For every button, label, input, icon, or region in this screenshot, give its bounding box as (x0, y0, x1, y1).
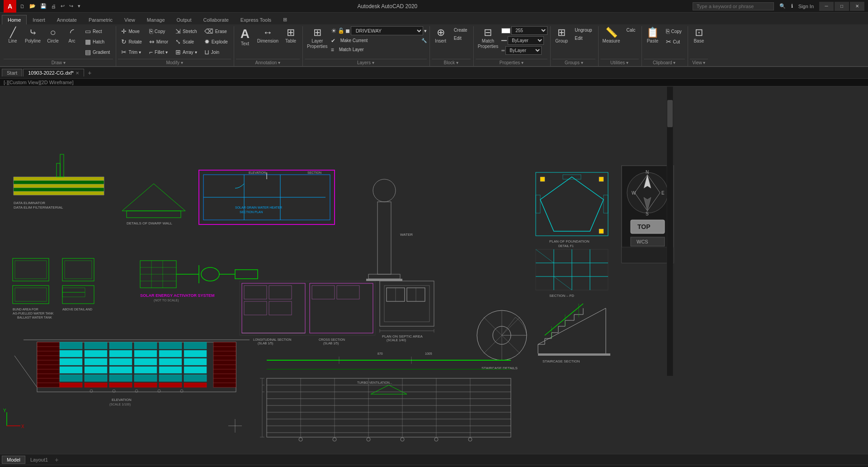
match-layer-button[interactable]: Match Layer (336, 46, 427, 53)
tab-home[interactable]: Home (2, 15, 27, 24)
hatch-icon: ▦ (85, 38, 91, 45)
tab-output[interactable]: Output (171, 15, 198, 24)
qa-more[interactable]: ▾ (76, 2, 82, 10)
calc-button[interactable]: Calc (623, 26, 638, 34)
close-button[interactable]: ✕ (850, 2, 864, 11)
rotate-icon: ↻ (121, 38, 127, 45)
scale-button[interactable]: ⤡Scale (172, 37, 200, 47)
svg-rect-155 (109, 358, 132, 365)
svg-text:TOP: TOP (637, 223, 651, 230)
clipboard-copy-button[interactable]: ⎘Copy (663, 26, 685, 36)
copy-button[interactable]: ⎘Copy (146, 26, 171, 36)
sign-in-button[interactable]: Sign In (797, 3, 816, 10)
right-scrollbar[interactable] (667, 86, 673, 376)
create-block-button[interactable]: Create (451, 26, 471, 34)
trim-icon: ✂ (121, 48, 127, 56)
qa-redo[interactable]: ↪ (67, 2, 75, 10)
svg-text:870: 870 (377, 352, 383, 355)
explode-button[interactable]: ✸Explode (201, 37, 231, 47)
qa-print[interactable]: 🖨 (49, 3, 58, 10)
dimension-button[interactable]: ↔ Dimension (255, 26, 281, 45)
block-editor-button[interactable]: Edit (451, 34, 471, 42)
add-document-button[interactable]: + (85, 69, 94, 76)
qa-save[interactable]: 💾 (38, 2, 48, 10)
block-group-items: ⊕ Insert Create Edit (432, 26, 471, 59)
paste-button[interactable]: 📋 Paste (644, 26, 662, 45)
qa-undo[interactable]: ↩ (59, 2, 66, 10)
measure-button[interactable]: 📏 Measure (600, 26, 623, 45)
qa-new[interactable]: 🗋 (18, 3, 27, 10)
polyline-button[interactable]: ⤷ Polyline (23, 26, 43, 45)
make-current-button[interactable]: Make Current (337, 37, 420, 44)
join-button[interactable]: ⊔Join (201, 47, 231, 57)
clipboard-group-label: Clipboard ▾ (644, 59, 685, 66)
tab-layout1[interactable]: Layout1 (25, 456, 53, 464)
hatch-button[interactable]: ▦Hatch (82, 37, 113, 47)
ribbon-tabs: Home Insert Annotate Parametric View Man… (0, 13, 868, 24)
rotate-button[interactable]: ↻Rotate (118, 37, 145, 47)
insert-button[interactable]: ⊕ Insert (432, 26, 450, 45)
svg-rect-151 (85, 375, 107, 381)
group-button[interactable]: ⊞ Group (552, 26, 571, 45)
svg-rect-159 (134, 342, 157, 349)
table-button[interactable]: ⊞ Table (282, 26, 300, 45)
tab-collaborate[interactable]: Collaborate (198, 15, 235, 24)
group-edit-button[interactable]: Edit (571, 34, 595, 42)
move-button[interactable]: ✛Move (118, 26, 145, 36)
svg-rect-148 (85, 350, 107, 357)
cad-drawing-area[interactable]: DATA ELIMINATOR DATA ELIM FILTER MATERIA… (0, 86, 862, 454)
tab-insert[interactable]: Insert (27, 15, 51, 24)
color-dropdown[interactable]: 255 (511, 26, 547, 35)
view-label-text: [-][Custom View][2D Wireframe] (4, 80, 73, 85)
tab-express-tools[interactable]: Express Tools (235, 15, 277, 24)
titlebar: A 🗋 📂 💾 🖨 ↩ ↪ ▾ Autodesk AutoCAD 2020 🔍 … (0, 0, 868, 13)
tab-view[interactable]: View (118, 15, 141, 24)
clipboard-col: ⎘Copy ✂Cut (663, 26, 685, 47)
add-layout-button[interactable]: + (53, 456, 60, 463)
cut-button[interactable]: ✂Cut (663, 37, 685, 47)
fillet-button[interactable]: ⌐Fillet ▾ (146, 47, 171, 57)
svg-marker-87 (599, 177, 604, 181)
layer-dropdown[interactable]: DRIVEWAY (351, 26, 423, 35)
arc-button[interactable]: ◜ Arc (63, 26, 81, 45)
lineweight-dropdown[interactable]: ByLayer (505, 46, 542, 55)
trim-button[interactable]: ✂Trim ▾ (118, 47, 145, 57)
tab-more[interactable]: ⊞ (277, 14, 293, 24)
tab-manage[interactable]: Manage (141, 15, 171, 24)
rectangle-button[interactable]: ▭Rect (82, 26, 113, 36)
layers-controls: ☀ 🔓 ◼ DRIVEWAY ▾ ✔ Make Current 🔧 (331, 26, 427, 53)
search-input[interactable] (693, 2, 774, 10)
cut-icon: ✂ (666, 38, 671, 45)
help-icon: ℹ (791, 3, 793, 9)
base-button[interactable]: ⊡ Base (690, 26, 708, 45)
minimize-button[interactable]: ─ (819, 2, 834, 11)
mirror-button[interactable]: ⇔Mirror (146, 37, 171, 47)
search-icon[interactable]: 🔍 (778, 2, 788, 10)
doc-tab-main[interactable]: 10903-2022-CG.dxf* ✕ (23, 69, 84, 76)
qa-open[interactable]: 📂 (28, 2, 38, 10)
tab-parametric[interactable]: Parametric (83, 15, 118, 24)
ungroup-button[interactable]: Ungroup (571, 26, 595, 34)
gradient-button[interactable]: ▤Gradient (82, 47, 113, 57)
utilities-group-label: Utilities ▾ (600, 59, 639, 66)
maximize-button[interactable]: □ (835, 2, 849, 11)
text-button[interactable]: A Text (236, 26, 254, 48)
circle-button[interactable]: ○ Circle (44, 26, 62, 45)
properties-controls: 255 ━━ ByLayer ═ ByLayer (501, 26, 547, 55)
line-button[interactable]: ╱ Line (4, 26, 22, 45)
erase-button[interactable]: ⌫Erase (201, 26, 231, 36)
doc-tab-start[interactable]: Start (2, 69, 22, 76)
stretch-button[interactable]: ⇲Stretch (172, 26, 200, 36)
viewport[interactable]: DATA ELIMINATOR DATA ELIM FILTER MATERIA… (0, 86, 862, 454)
tab-model[interactable]: Model (2, 456, 25, 464)
ribbon: Home Insert Annotate Parametric View Man… (0, 13, 868, 67)
block-col: Create Edit (451, 26, 471, 42)
linetype-dropdown[interactable]: ByLayer (508, 36, 544, 45)
match-properties-button[interactable]: ⊟ MatchProperties (476, 26, 501, 51)
doc-tab-close[interactable]: ✕ (75, 71, 79, 76)
array-button[interactable]: ⊞Array ▾ (172, 47, 200, 57)
layer-properties-button[interactable]: ⊞ LayerProperties (305, 26, 330, 51)
main-canvas[interactable]: DATA ELIMINATOR DATA ELIM FILTER MATERIA… (0, 86, 868, 454)
tab-annotate[interactable]: Annotate (51, 15, 83, 24)
svg-text:S: S (646, 211, 649, 216)
